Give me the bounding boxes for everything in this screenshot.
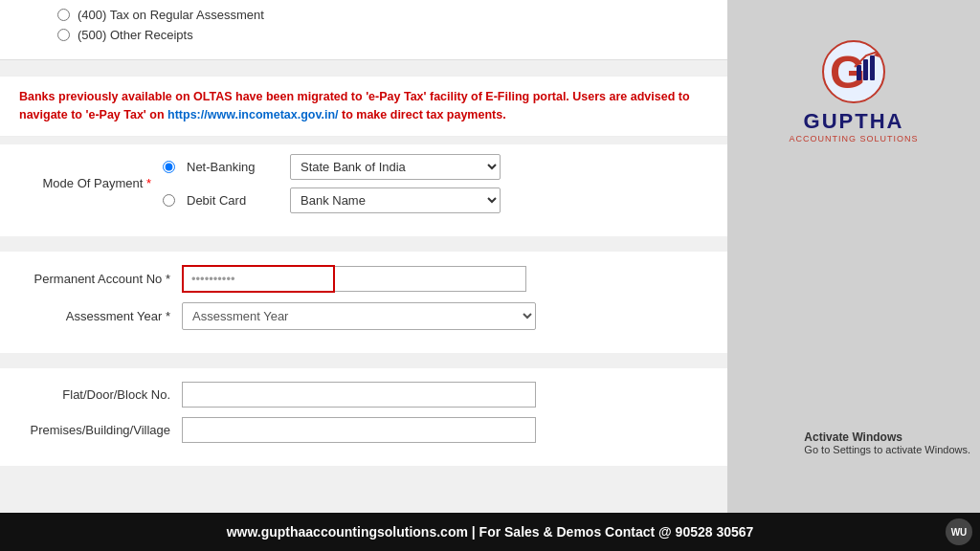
net-banking-radio[interactable] bbox=[163, 161, 175, 173]
net-banking-row: Net-Banking State Bank of India HDFC Ban… bbox=[163, 154, 501, 180]
debit-card-label: Debit Card bbox=[187, 193, 282, 208]
payment-mode-row: Mode Of Payment * Net-Banking State Bank… bbox=[19, 154, 708, 213]
activate-subtitle: Go to Settings to activate Windows. bbox=[804, 444, 970, 455]
bank-select-net[interactable]: State Bank of India HDFC Bank ICICI Bank bbox=[290, 154, 501, 180]
pan-input-wrapper bbox=[182, 265, 526, 293]
logo-container: G GUPTHA Accounting Solutions bbox=[789, 38, 918, 143]
activate-title: Activate Windows bbox=[804, 430, 970, 444]
assessment-year-select[interactable]: Assessment Year 2024-25 2023-24 2022-23 bbox=[182, 302, 536, 330]
payment-section: Mode Of Payment * Net-Banking State Bank… bbox=[0, 144, 727, 236]
pan-row: Permanent Account No * bbox=[19, 265, 708, 293]
flat-row: Flat/Door/Block No. bbox=[19, 382, 708, 408]
payment-options: Net-Banking State Bank of India HDFC Ban… bbox=[163, 154, 501, 213]
net-banking-label: Net-Banking bbox=[187, 160, 282, 174]
radio-400[interactable] bbox=[57, 9, 70, 21]
debit-card-radio[interactable] bbox=[163, 194, 175, 207]
flat-label: Flat/Door/Block No. bbox=[19, 387, 182, 402]
pan-label: Permanent Account No * bbox=[19, 272, 182, 286]
pan-input-secondary[interactable] bbox=[335, 266, 526, 292]
required-marker: * bbox=[146, 176, 151, 190]
guptha-logo-icon: G bbox=[820, 38, 887, 105]
pan-input-highlighted[interactable] bbox=[182, 265, 335, 293]
flat-input[interactable] bbox=[182, 382, 536, 408]
svg-rect-4 bbox=[870, 55, 875, 80]
svg-rect-2 bbox=[857, 65, 861, 80]
option-400[interactable]: (400) Tax on Regular Assessment bbox=[57, 8, 708, 22]
assessment-label: Assessment Year * bbox=[19, 309, 182, 323]
pan-section: Permanent Account No * Assessment Year *… bbox=[0, 252, 727, 353]
assessment-row: Assessment Year * Assessment Year 2024-2… bbox=[19, 302, 708, 330]
bottom-bar-text: www.gupthaaccountingsolutions.com | For … bbox=[227, 524, 754, 540]
payment-mode-label: Mode Of Payment * bbox=[19, 176, 163, 190]
radio-500[interactable] bbox=[57, 29, 70, 41]
right-panel: G GUPTHA Accounting Solutions Activate W… bbox=[727, 0, 980, 513]
alert-section: Banks previously available on OLTAS have… bbox=[0, 76, 727, 137]
debit-card-row: Debit Card Bank Name HDFC Bank ICICI Ban… bbox=[163, 187, 501, 213]
bottom-bar: www.gupthaaccountingsolutions.com | For … bbox=[0, 513, 980, 551]
premises-input[interactable] bbox=[182, 417, 536, 443]
logo-text-guptha: GUPTHA bbox=[804, 109, 904, 134]
option-500[interactable]: (500) Other Receipts bbox=[57, 28, 708, 42]
activate-windows: Activate Windows Go to Settings to activ… bbox=[804, 430, 970, 455]
option-500-label: (500) Other Receipts bbox=[78, 28, 193, 42]
address-section: Flat/Door/Block No. Premises/Building/Vi… bbox=[0, 368, 727, 466]
premises-row: Premises/Building/Village bbox=[19, 417, 708, 443]
option-400-label: (400) Tax on Regular Assessment bbox=[78, 8, 264, 22]
bank-select-debit[interactable]: Bank Name HDFC Bank ICICI Bank bbox=[290, 187, 501, 213]
svg-rect-3 bbox=[863, 59, 868, 80]
logo-text-sub: Accounting Solutions bbox=[789, 134, 918, 143]
alert-text: Banks previously available on OLTAS have… bbox=[19, 88, 708, 124]
bottom-bar-icon: WU bbox=[946, 518, 972, 545]
incometax-link[interactable]: https://www.incometax.gov.in/ bbox=[167, 108, 339, 121]
premises-label: Premises/Building/Village bbox=[19, 423, 182, 437]
